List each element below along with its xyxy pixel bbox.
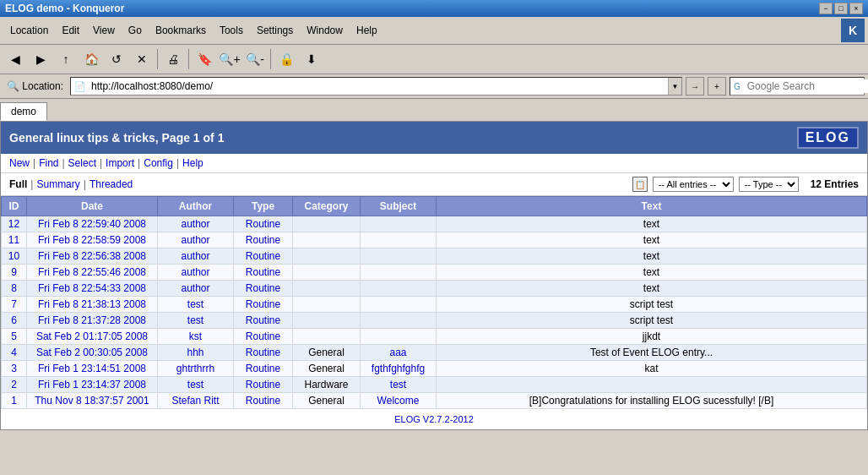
cell-author-link[interactable]: author [181, 282, 209, 294]
cell-id[interactable]: 4 [2, 345, 27, 361]
cell-author[interactable]: author [158, 232, 234, 248]
cell-type-link[interactable]: Routine [246, 218, 280, 230]
cell-date-link[interactable]: Fri Feb 8 22:58:59 2008 [38, 234, 146, 246]
cell-id[interactable]: 5 [2, 329, 27, 345]
cell-id-link[interactable]: 5 [11, 330, 17, 342]
cell-type-link[interactable]: Routine [246, 363, 280, 374]
cell-author[interactable]: author [158, 281, 234, 297]
search-input[interactable] [744, 79, 868, 93]
cell-id-link[interactable]: 3 [11, 363, 17, 374]
zoom-in-button[interactable]: 🔍+ [218, 47, 241, 71]
reload-button[interactable]: ↺ [105, 47, 128, 71]
cell-date-link[interactable]: Sat Feb 2 01:17:05 2008 [36, 330, 148, 342]
cell-author-link[interactable]: author [181, 266, 209, 278]
cell-id[interactable]: 3 [2, 361, 27, 377]
forward-button[interactable]: ▶ [29, 47, 52, 71]
elog-version-link[interactable]: ELOG V2.7.2-2012 [394, 414, 474, 424]
nav-help[interactable]: Help [182, 157, 203, 169]
cell-type[interactable]: Routine [234, 248, 293, 265]
menu-settings[interactable]: Settings [250, 23, 300, 38]
view-threaded[interactable]: Threaded [90, 178, 133, 190]
cell-date-link[interactable]: Fri Feb 8 21:37:28 2008 [38, 314, 146, 326]
cell-author[interactable]: author [158, 265, 234, 281]
cell-id-link[interactable]: 4 [11, 347, 17, 358]
cell-author[interactable]: ghtrthrrh [158, 361, 234, 377]
location-dropdown-button[interactable]: ▼ [668, 78, 681, 95]
cell-author-link[interactable]: ghtrthrrh [176, 363, 214, 374]
cell-date-link[interactable]: Fri Feb 8 22:56:38 2008 [38, 250, 146, 262]
cell-subject-link[interactable]: test [390, 379, 406, 390]
cell-id[interactable]: 1 [2, 393, 27, 409]
view-summary[interactable]: Summary [36, 178, 79, 190]
cell-author[interactable]: kst [158, 329, 234, 345]
cell-type[interactable]: Routine [234, 329, 293, 345]
menu-location[interactable]: Location [3, 23, 55, 38]
cell-type[interactable]: Routine [234, 281, 293, 297]
cell-id-link[interactable]: 6 [11, 314, 17, 326]
cell-id-link[interactable]: 12 [8, 218, 19, 230]
cell-type[interactable]: Routine [234, 265, 293, 281]
cell-author-link[interactable]: kst [189, 330, 202, 342]
download-button[interactable]: ⬇ [300, 47, 323, 71]
cell-subject[interactable]: Welcome [361, 393, 437, 409]
cell-type[interactable]: Routine [234, 216, 293, 232]
cell-date[interactable]: Thu Nov 8 18:37:57 2001 [27, 393, 158, 409]
cell-type-link[interactable]: Routine [246, 314, 280, 326]
cell-author-link[interactable]: Stefan Ritt [171, 395, 219, 407]
cell-subject-link[interactable]: aaa [389, 347, 406, 358]
cell-author-link[interactable]: author [181, 218, 209, 230]
cell-type[interactable]: Routine [234, 393, 293, 409]
cell-type-link[interactable]: Routine [246, 282, 280, 294]
nav-select[interactable]: Select [68, 157, 96, 169]
menu-window[interactable]: Window [300, 23, 350, 38]
home-button[interactable]: 🏠 [79, 47, 103, 71]
cell-type-link[interactable]: Routine [246, 330, 280, 342]
cell-date[interactable]: Fri Feb 8 21:38:13 2008 [27, 297, 158, 313]
cell-type-link[interactable]: Routine [246, 298, 280, 310]
cell-date[interactable]: Fri Feb 8 22:58:59 2008 [27, 232, 158, 248]
cell-author[interactable]: Stefan Ritt [158, 393, 234, 409]
cell-author[interactable]: author [158, 216, 234, 232]
cell-author-link[interactable]: test [187, 379, 203, 390]
nav-import[interactable]: Import [106, 157, 134, 169]
cell-date-link[interactable]: Thu Nov 8 18:37:57 2001 [35, 395, 149, 407]
print-button[interactable]: 🖨 [161, 47, 185, 71]
up-button[interactable]: ↑ [54, 47, 78, 71]
cell-date[interactable]: Fri Feb 8 22:54:33 2008 [27, 281, 158, 297]
cell-author[interactable]: hhh [158, 345, 234, 361]
cell-author-link[interactable]: author [181, 234, 209, 246]
location-go-button[interactable]: → [686, 77, 704, 96]
tab-demo[interactable]: demo [0, 102, 47, 121]
stop-button[interactable]: ✕ [130, 47, 154, 71]
cell-author[interactable]: author [158, 248, 234, 265]
cell-type[interactable]: Routine [234, 345, 293, 361]
cell-author-link[interactable]: test [187, 314, 203, 326]
back-button[interactable]: ◀ [3, 47, 27, 71]
cell-type[interactable]: Routine [234, 232, 293, 248]
cell-date-link[interactable]: Sat Feb 2 00:30:05 2008 [36, 347, 148, 358]
nav-config[interactable]: Config [144, 157, 173, 169]
menu-bookmarks[interactable]: Bookmarks [149, 23, 213, 38]
cell-type-link[interactable]: Routine [246, 250, 280, 262]
nav-new[interactable]: New [9, 157, 30, 169]
bookmark-button[interactable]: 🔖 [193, 47, 216, 71]
cell-author-link[interactable]: author [181, 250, 209, 262]
cell-date-link[interactable]: Fri Feb 1 23:14:51 2008 [38, 363, 146, 374]
cell-id-link[interactable]: 7 [11, 298, 17, 310]
cell-id-link[interactable]: 11 [8, 234, 19, 246]
location-add-button[interactable]: + [708, 77, 726, 96]
cell-id[interactable]: 9 [2, 265, 27, 281]
menu-help[interactable]: Help [350, 23, 384, 38]
cell-date[interactable]: Fri Feb 8 22:59:40 2008 [27, 216, 158, 232]
minimize-button[interactable]: − [819, 3, 833, 14]
menu-view[interactable]: View [86, 23, 122, 38]
cell-id[interactable]: 10 [2, 248, 27, 265]
zoom-out-button[interactable]: 🔍- [243, 47, 267, 71]
menu-go[interactable]: Go [122, 23, 149, 38]
cell-id[interactable]: 7 [2, 297, 27, 313]
cell-id-link[interactable]: 9 [11, 266, 17, 278]
cell-id[interactable]: 8 [2, 281, 27, 297]
cell-type[interactable]: Routine [234, 361, 293, 377]
location-input[interactable] [90, 79, 668, 93]
cell-id-link[interactable]: 8 [11, 282, 17, 294]
